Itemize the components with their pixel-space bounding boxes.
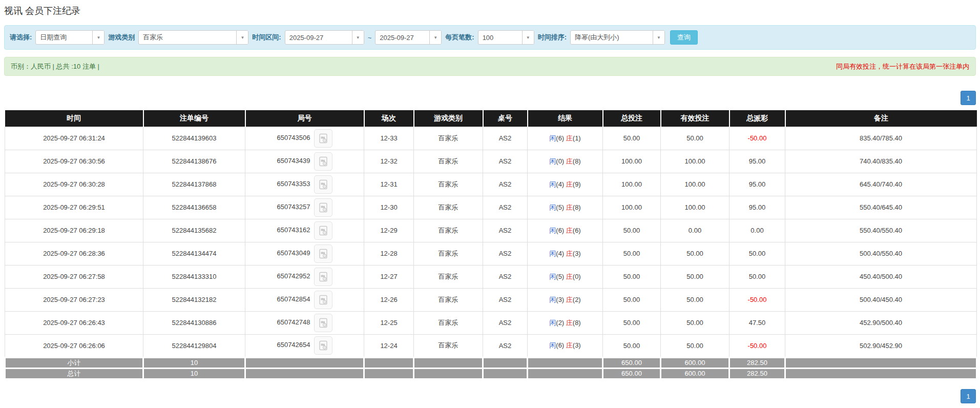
cell-time: 2025-09-27 06:27:23	[5, 288, 143, 311]
video-replay-button[interactable]	[314, 152, 332, 171]
video-file-icon	[318, 156, 328, 167]
cell-valid-bet: 50.00	[661, 288, 729, 311]
cell-bet-id: 522844132182	[143, 288, 245, 311]
cell-round-id: 650742952	[245, 265, 364, 288]
video-replay-button[interactable]	[314, 198, 332, 217]
cell-remark: 450.40/500.40	[785, 265, 977, 288]
cell-bet-id: 522844135682	[143, 219, 245, 242]
result-player-label: 闲	[549, 203, 556, 211]
video-file-icon	[318, 318, 328, 328]
header-valid-bet: 有效投注	[661, 110, 729, 127]
subtotal-empty-cell	[785, 357, 977, 368]
video-file-icon	[318, 295, 328, 305]
cell-table-no: AS2	[483, 219, 528, 242]
cell-result: 闲(5) 庄(8)	[528, 196, 603, 219]
summary-bar: 币别：人民币 | 总共 :10 注单 | 同局有效投注，统一计算在该局第一张注单…	[4, 57, 976, 76]
cell-remark: 452.90/500.40	[785, 311, 977, 334]
cell-round-id: 650743439	[245, 150, 364, 173]
result-player-score: (4)	[556, 250, 564, 257]
result-banker-label: 庄	[566, 296, 573, 303]
cell-payout: 47.50	[729, 311, 785, 334]
cell-total-bet-link[interactable]: 50.00	[603, 265, 661, 288]
header-session: 场次	[364, 110, 414, 127]
per-page-value: 100	[478, 31, 522, 44]
date-to-select[interactable]: 2025-09-27 ▼	[375, 30, 442, 45]
video-replay-button[interactable]	[314, 291, 332, 309]
result-banker-score: (8)	[573, 203, 581, 211]
cell-table-no: AS2	[483, 334, 528, 357]
cell-total-bet-link[interactable]: 50.00	[603, 334, 661, 357]
page-1-button[interactable]: 1	[961, 389, 976, 403]
video-replay-button[interactable]	[314, 314, 332, 332]
cell-bet-id: 522844138676	[143, 150, 245, 173]
cell-time: 2025-09-27 06:26:06	[5, 334, 143, 357]
video-replay-button[interactable]	[314, 175, 332, 194]
cell-result: 闲(6) 庄(3)	[528, 334, 603, 357]
cell-round-id: 650743353	[245, 173, 364, 196]
round-id-value: 650742854	[277, 295, 310, 303]
round-id-value: 650743353	[277, 180, 310, 188]
cell-table-no: AS2	[483, 196, 528, 219]
per-page-select[interactable]: 100 ▼	[478, 30, 534, 45]
cell-total-bet-link[interactable]: 100.00	[603, 173, 661, 196]
chevron-down-icon: ▼	[522, 31, 534, 44]
search-button[interactable]: 查询	[670, 30, 698, 45]
page-1-button[interactable]: 1	[961, 91, 976, 105]
cell-valid-bet: 0.00	[661, 219, 729, 242]
betting-records-table: 时间 注单编号 局号 场次 游戏类别 桌号 结果 总投注 有效投注 总派彩 备注…	[4, 110, 977, 380]
cell-valid-bet: 50.00	[661, 242, 729, 265]
cell-time: 2025-09-27 06:29:51	[5, 196, 143, 219]
result-player-label: 闲	[549, 157, 556, 165]
cell-game-type: 百家乐	[414, 265, 483, 288]
sort-order-label: 时间排序:	[538, 33, 567, 42]
cell-remark: 835.40/785.40	[785, 127, 977, 150]
cell-bet-id: 522844136658	[143, 196, 245, 219]
cell-payout: 95.00	[729, 173, 785, 196]
video-file-icon	[318, 272, 328, 282]
video-replay-button[interactable]	[314, 244, 332, 263]
cell-round-id: 650742748	[245, 311, 364, 334]
sort-order-select[interactable]: 降幂(由大到小) ▼	[570, 30, 665, 45]
subtotal-count: 10	[143, 357, 245, 368]
cell-game-type: 百家乐	[414, 127, 483, 150]
cell-result: 闲(4) 庄(9)	[528, 173, 603, 196]
cell-session: 12-30	[364, 196, 414, 219]
result-banker-label: 庄	[566, 134, 573, 142]
game-type-select[interactable]: 百家乐 ▼	[138, 30, 248, 45]
date-from-select[interactable]: 2025-09-27 ▼	[285, 30, 364, 45]
header-total-bet: 总投注	[603, 110, 661, 127]
cell-total-bet-link[interactable]: 50.00	[603, 288, 661, 311]
cell-total-bet-link[interactable]: 100.00	[603, 150, 661, 173]
video-replay-button[interactable]	[314, 221, 332, 240]
result-banker-score: (2)	[573, 296, 581, 303]
result-player-label: 闲	[549, 180, 556, 188]
result-banker-label: 庄	[566, 157, 573, 165]
round-id-value: 650743049	[277, 249, 310, 257]
result-banker-label: 庄	[566, 273, 573, 280]
cell-total-bet-link[interactable]: 50.00	[603, 127, 661, 150]
cell-session: 12-31	[364, 173, 414, 196]
cell-session: 12-27	[364, 265, 414, 288]
cell-total-bet-link[interactable]: 50.00	[603, 219, 661, 242]
video-replay-button[interactable]	[314, 268, 332, 286]
result-banker-score: (3)	[573, 250, 581, 257]
result-player-score: (2)	[556, 319, 564, 327]
cell-total-bet-link[interactable]: 50.00	[603, 242, 661, 265]
cell-total-bet-link[interactable]: 100.00	[603, 196, 661, 219]
table-row: 2025-09-27 06:31:24 522844139603 6507435…	[5, 127, 977, 150]
video-replay-button[interactable]	[314, 336, 332, 355]
cell-valid-bet: 50.00	[661, 127, 729, 150]
cell-session: 12-33	[364, 127, 414, 150]
cell-total-bet-link[interactable]: 50.00	[603, 311, 661, 334]
query-type-select[interactable]: 日期查询 ▼	[35, 30, 105, 45]
header-round-id: 局号	[245, 110, 364, 127]
cell-round-id: 650742654	[245, 334, 364, 357]
result-banker-label: 庄	[566, 203, 573, 211]
cell-payout: 50.00	[729, 242, 785, 265]
video-replay-button[interactable]	[314, 129, 332, 148]
cell-session: 12-28	[364, 242, 414, 265]
pagination-bottom: 1	[4, 389, 976, 403]
result-player-label: 闲	[549, 250, 556, 257]
grand-total-row: 总计 10 650.00 600.00 282.50	[5, 368, 977, 379]
total-empty-cell	[528, 368, 603, 379]
